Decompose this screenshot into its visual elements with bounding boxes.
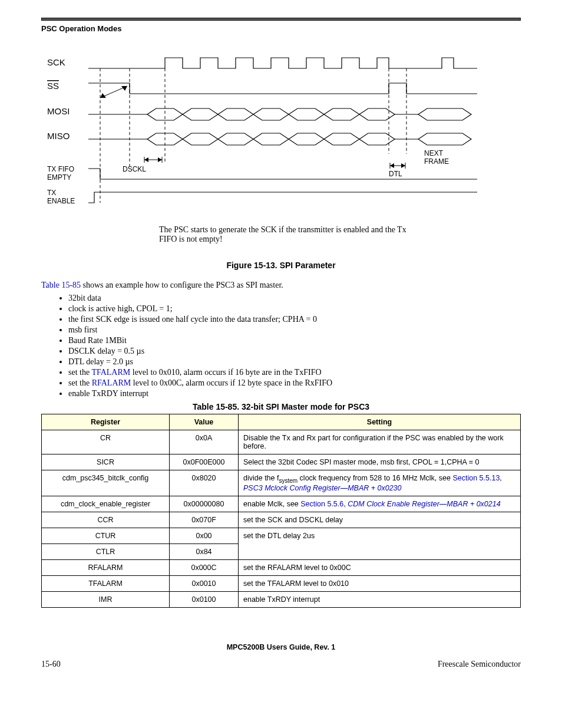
svg-marker-2 [144,157,148,162]
table-row: RFALARM0x000Cset the RFALARM level to 0x… [42,559,521,575]
cell-register: RFALARM [42,559,170,575]
table-row: IMR0x0100enable TxRDY interrupt [42,591,521,607]
cell-register: CR [42,430,170,454]
link[interactable]: CDM Clock Enable Register—MBAR + 0x0214 [348,500,500,508]
cell-register: IMR [42,591,170,607]
list-item: enable TxRDY interrupt [68,389,521,398]
cell-register: CTUR [42,528,170,543]
link[interactable]: PSC3 Mclock Config Register—MBAR + 0x023… [243,484,402,492]
list-item: DTL delay = 2.0 µs [68,357,521,367]
cell-value: 0x8020 [170,470,239,496]
th-setting: Setting [239,414,521,430]
cell-setting: enable Mclk, see Section 5.5.6, CDM Cloc… [239,496,521,512]
table-row: SICR0x0F00E000Select the 32bit Codec SPI… [42,454,521,470]
footer: MPC5200B Users Guide, Rev. 1 15-60 Frees… [41,643,521,669]
list-item: set the RFALARM level to 0x00C, alarm oc… [68,378,521,388]
cell-setting: Select the 32bit Codec SPI master mode, … [239,454,521,470]
cell-setting: divide the fsystem clock frequency from … [239,470,521,496]
register-table: Register Value Setting CR0x0ADisable the… [41,414,521,608]
label-miso: MISO [47,131,70,141]
cell-register: CCR [42,512,170,528]
label-next: NEXT [424,149,444,157]
label-frame: FRAME [424,157,449,166]
top-rule [41,18,521,21]
cell-setting: enable TxRDY interrupt [239,591,521,607]
cell-register: SICR [42,454,170,470]
label-tx: TX [47,189,56,197]
list-item: DSCLK delay = 0.5 µs [68,347,521,356]
list-item: the first SCK edge is issued one half cy… [68,315,521,324]
label-txfifo: TX FIFO [47,165,74,173]
label-dsckl: DSCKL [123,165,146,173]
label-sck: SCK [47,57,65,67]
link[interactable]: Section 5.5.13 [452,474,500,482]
table-row: cdm_clock_enable_register0x00000080enabl… [42,496,521,512]
label-dtl: DTL [389,170,402,178]
cell-value: 0x000C [170,559,239,575]
label-enable: ENABLE [47,197,75,205]
cell-value: 0x0010 [170,575,239,591]
svg-marker-3 [158,157,162,162]
list-item: set the TFALARM level to 0x010, alarm oc… [68,368,521,377]
cell-value: 0x00000080 [170,496,239,512]
cell-register: cdm_clock_enable_register [42,496,170,512]
table-row: CTUR0x00set the DTL delay 2us [42,528,521,543]
cell-value: 0x0F00E000 [170,454,239,470]
diagram-caption-text: The PSC starts to generate the SCK if th… [159,225,424,244]
intro-ref-link[interactable]: Table 15-85 [41,281,81,289]
cell-register: cdm_psc345_bitclk_config [42,470,170,496]
cell-value: 0x0100 [170,591,239,607]
cell-value: 0x84 [170,543,239,559]
cell-value: 0x070F [170,512,239,528]
th-register: Register [42,414,170,430]
table-caption: Table 15-85. 32-bit SPI Master mode for … [41,402,521,411]
label-mosi: MOSI [47,106,70,116]
footer-right: Freescale Semiconductor [438,660,521,669]
cell-setting: set the TFALARM level to 0x010 [239,575,521,591]
footer-center: MPC5200B Users Guide, Rev. 1 [41,643,521,651]
cell-setting: set the DTL delay 2us [239,528,521,559]
cell-register: TFALARM [42,575,170,591]
label-empty: EMPTY [47,173,71,182]
list-item: msb first [68,325,521,335]
link[interactable]: RFALARM [92,378,131,387]
cell-value: 0x00 [170,528,239,543]
cell-setting: set the SCK and DSCKL delay [239,512,521,528]
label-ss: SS [47,81,59,91]
cell-value: 0x0A [170,430,239,454]
list-item: Baud Rate 1MBit [68,336,521,345]
section-header: PSC Operation Modes [41,24,521,33]
list-item: 32bit data [68,294,521,303]
table-row: CR0x0ADisable the Tx and Rx part for con… [42,430,521,454]
svg-marker-5 [401,163,405,168]
bullet-list: 32bit dataclock is active high, CPOL = 1… [68,294,521,398]
intro-text: Table 15-85 shows an example how to conf… [41,281,521,290]
intro-tail: shows an example how to configure the PS… [81,281,283,289]
table-row: CCR0x070Fset the SCK and DSCKL delay [42,512,521,528]
cell-register: CTLR [42,543,170,559]
th-value: Value [170,414,239,430]
cell-setting: Disable the Tx and Rx part for configura… [239,430,521,454]
link[interactable]: Section 5.5.6 [300,500,343,508]
list-item: clock is active high, CPOL = 1; [68,304,521,314]
figure-caption: Figure 15-13. SPI Parameter [41,261,521,270]
link[interactable]: TFALARM [91,368,130,377]
table-row: cdm_psc345_bitclk_config0x8020divide the… [42,470,521,496]
footer-left: 15-60 [41,660,61,669]
svg-marker-4 [390,163,394,168]
timing-diagram: .lbl { font: 15px Arial, sans-serif; } .… [41,51,521,222]
table-row: TFALARM0x0010set the TFALARM level to 0x… [42,575,521,591]
cell-setting: set the RFALARM level to 0x00C [239,559,521,575]
